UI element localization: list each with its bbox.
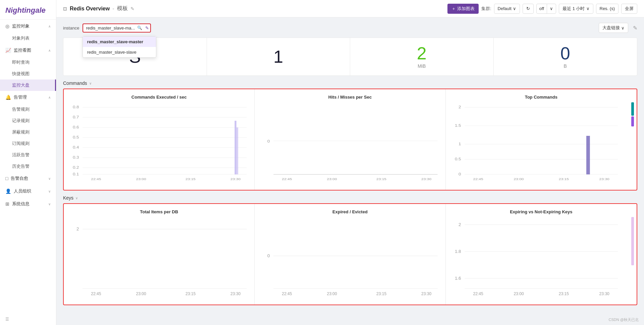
chart-commands-executed-area: 0.8 0.7 0.6 0.5 0.4 0.3 0.2 0.1 (69, 102, 249, 183)
refresh-button[interactable]: ↻ (523, 4, 534, 14)
commands-section-header[interactable]: Commands ∨ (63, 80, 637, 86)
sidebar-group-monitor-target-label: 监控对象 (12, 23, 30, 29)
svg-text:0.1: 0.1 (73, 172, 79, 176)
dashboard-icon: ⊡ (63, 6, 67, 11)
svg-text:0.5: 0.5 (455, 157, 461, 161)
cluster-selector[interactable]: Default ∨ (494, 4, 520, 14)
chart-right-indicator (631, 102, 634, 183)
sidebar-item-mute-rule[interactable]: 屏蔽规则 (0, 126, 56, 138)
app-logo: Nightingale (0, 0, 56, 20)
svg-text:2: 2 (459, 105, 461, 109)
svg-text:23:30: 23:30 (421, 291, 431, 296)
dropdown-item-master[interactable]: redis_master_slave-master (83, 37, 156, 47)
sidebar-item-history-alert[interactable]: 历史告警 (0, 161, 56, 172)
sidebar-group-sysinfo-header[interactable]: ⊞ 系统信息 ∨ (0, 198, 56, 210)
off-label: off (537, 4, 547, 13)
svg-text:23:15: 23:15 (376, 291, 386, 296)
svg-text:23:30: 23:30 (599, 177, 609, 181)
keys-section-header[interactable]: Keys ∨ (63, 195, 637, 201)
sidebar-group-sysinfo: ⊞ 系统信息 ∨ (0, 198, 56, 210)
watermark: CSDN @秋天已北 (609, 317, 639, 322)
alert-icon: 🔔 (5, 95, 11, 100)
sidebar-group-alert-header[interactable]: 🔔 告管理 ∧ (0, 91, 56, 104)
stat-value-2: 2 (417, 45, 427, 62)
stat-unit-b: B (564, 63, 567, 69)
filter-input-container: 🔍 ✎ (83, 23, 151, 33)
alert-self-chevron: ∨ (48, 177, 51, 180)
sysinfo-icon: ⊞ (5, 201, 9, 207)
sidebar-item-record-rule[interactable]: 记录规则 (0, 115, 56, 126)
chart-expired-evicted-title: Expired / Evicted (260, 209, 440, 214)
top-commands-svg: 2 1.5 1 0.5 0 22:45 (451, 102, 631, 183)
chart-hits-misses-title: Hits / Misses per Sec (260, 95, 440, 100)
add-chart-button[interactable]: ＋ 添加图表 (447, 4, 479, 14)
monitor-target-chevron: ∧ (48, 24, 51, 28)
sidebar-item-object-list[interactable]: 对象列表 (0, 33, 56, 44)
chart-top-commands-area: 2 1.5 1 0.5 0 22:45 (451, 102, 631, 183)
add-chart-label: ＋ 添加图表 (451, 6, 475, 12)
dashboard-link-button[interactable]: 大盘链接 ∨ (599, 23, 628, 33)
svg-text:23:00: 23:00 (136, 291, 146, 296)
refresh-icon: ↻ (526, 6, 530, 11)
stat-unit-mib: MiB (418, 63, 426, 69)
svg-text:23:00: 23:00 (136, 177, 146, 181)
sidebar-group-alert: 🔔 告管理 ∧ 告警规则 记录规则 屏蔽规则 订阅规则 活跃告警 历史告警 (0, 91, 56, 172)
chart-hits-misses: Hits / Misses per Sec 0 22:45 23:00 23:1… (255, 89, 445, 190)
sidebar-group-people-header[interactable]: 👤 人员组织 ∨ (0, 185, 56, 198)
sidebar-group-monitor-target: ◎ 监控对象 ∧ 对象列表 (0, 20, 56, 44)
sidebar-item-alert-rule[interactable]: 告警规则 (0, 104, 56, 115)
svg-text:23:30: 23:30 (421, 177, 431, 181)
off-chevron: ∨ (547, 4, 556, 13)
instance-filter-wrapper: 🔍 ✎ redis_master_slave-master redis_mast… (83, 23, 151, 33)
time-range-selector[interactable]: 最近 1 小时 ∨ (559, 4, 593, 14)
sidebar-group-monitor-view-header[interactable]: 📈 监控看图 ∧ (0, 44, 56, 57)
filter-edit-icon[interactable]: ✎ (145, 25, 149, 31)
off-toggle[interactable]: off ∨ (536, 4, 556, 14)
sidebar-group-monitor-view-label: 监控看图 (14, 47, 31, 53)
sidebar-item-dashboard[interactable]: 监控大盘 (0, 79, 56, 91)
svg-text:23:15: 23:15 (376, 177, 386, 181)
svg-text:0.6: 0.6 (73, 125, 79, 129)
sidebar-group-monitor-target-header[interactable]: ◎ 监控对象 ∧ (0, 20, 56, 33)
res-label: Res. (s) (600, 6, 615, 11)
search-icon: 🔍 (137, 25, 142, 30)
svg-text:23:15: 23:15 (558, 177, 569, 181)
sidebar-bottom[interactable]: ☰ (0, 314, 56, 325)
keys-chevron: ∨ (75, 196, 78, 200)
sidebar-item-instant-query[interactable]: 即时查询 (0, 57, 56, 68)
svg-text:23:00: 23:00 (327, 291, 337, 296)
sidebar-item-active-alert[interactable]: 活跃告警 (0, 149, 56, 161)
svg-marker-17 (236, 127, 238, 174)
dropdown-item-slave[interactable]: redis_master_slave-slave (83, 47, 156, 57)
sidebar-group-alert-self-header[interactable]: □ 告警自愈 ∨ (0, 172, 56, 185)
fullscreen-button[interactable]: 全屏 (621, 4, 637, 14)
people-chevron: ∨ (48, 189, 51, 193)
svg-text:23:15: 23:15 (185, 291, 196, 296)
topbar-title-area: ⊡ Redis Overview - 模板 ✎ (63, 5, 443, 12)
stat-card-2mib: 2 MiB (350, 38, 494, 75)
sidebar: Nightingale ◎ 监控对象 ∧ 对象列表 📈 监控看图 ∧ 即时查询 … (0, 0, 56, 325)
sidebar-item-quick-view[interactable]: 快捷视图 (0, 68, 56, 79)
chart-expired-evicted: Expired / Evicted 0 22:45 23:00 23:15 23… (255, 204, 445, 305)
svg-text:22:45: 22:45 (473, 177, 483, 181)
res-selector[interactable]: Res. (s) (596, 4, 619, 14)
topbar-actions: ＋ 添加图表 集群: Default ∨ ↻ off ∨ 最近 1 小时 ∨ R… (447, 4, 637, 14)
chart-hits-misses-area: 0 22:45 23:00 23:15 23:30 (260, 102, 440, 183)
chart-total-items: Total Items per DB 2 22:45 23:00 23:15 2… (64, 204, 255, 305)
sidebar-group-people: 👤 人员组织 ∨ (0, 185, 56, 198)
svg-text:23:15: 23:15 (558, 291, 569, 296)
sidebar-item-subscribe-rule[interactable]: 订阅规则 (0, 138, 56, 149)
topbar: ⊡ Redis Overview - 模板 ✎ ＋ 添加图表 集群: Defau… (56, 0, 644, 17)
cluster-label: 集群: (481, 6, 491, 12)
title-edit-icon[interactable]: ✎ (130, 6, 135, 11)
chart-expiring-keys-area: 2 1.8 1.6 22:45 23:00 23:15 23:30 (451, 217, 631, 297)
svg-text:0: 0 (267, 253, 270, 258)
chart-commands-executed: Commands Executed / sec 0.8 0.7 0.6 0.5 … (64, 89, 255, 190)
svg-text:23:15: 23:15 (185, 177, 196, 181)
time-range-label: 最近 1 小时 (562, 6, 585, 12)
sidebar-group-people-label: 人员组织 (14, 188, 31, 194)
dashboard-edit-icon[interactable]: ✎ (633, 25, 637, 31)
sidebar-group-sysinfo-label: 系统信息 (12, 201, 30, 207)
dashboard-link-label: 大盘链接 (602, 25, 620, 31)
alert-self-icon: □ (5, 176, 8, 181)
